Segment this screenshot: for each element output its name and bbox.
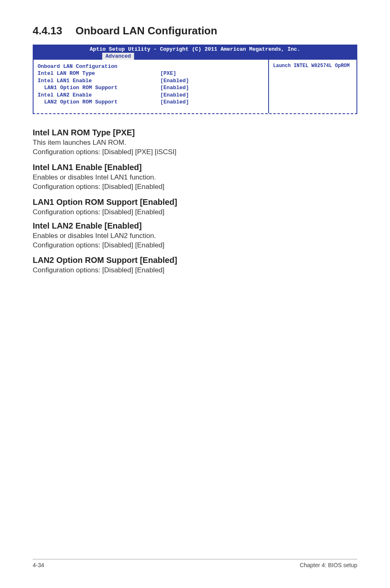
bios-row-label: Intel LAN ROM Type <box>38 70 160 77</box>
bios-body: Onboard LAN Configuration Intel LAN ROM … <box>33 60 357 113</box>
bios-row-label: Intel LAN1 Enable <box>38 77 160 85</box>
subsection-title: Intel LAN2 Enable [Enabled] <box>33 221 357 231</box>
subsection-title: LAN2 Option ROM Support [Enabled] <box>33 256 357 265</box>
bios-row-label: Onboard LAN Configuration <box>38 63 160 70</box>
bios-titlebar: Aptio Setup Utility - Copyright (C) 2011… <box>33 45 357 53</box>
subsection: Intel LAN ROM Type [PXE] This item launc… <box>33 128 357 157</box>
bios-help-panel: Launch INTEL W82574L OpROM <box>268 60 357 113</box>
subsection: Intel LAN1 Enable [Enabled] Enables or d… <box>33 163 357 192</box>
bios-row-value <box>160 63 263 70</box>
page-footer: 4-34 Chapter 4: BIOS setup <box>33 559 357 568</box>
bios-row: LAN2 Option ROM Support [Enabled] <box>38 99 263 106</box>
bios-left-panel: Onboard LAN Configuration Intel LAN ROM … <box>33 60 268 113</box>
subsection-line: Enables or disables Intel LAN1 function. <box>33 173 357 182</box>
bios-row-label: Intel LAN2 Enable <box>38 92 160 99</box>
bios-row: Intel LAN2 Enable [Enabled] <box>38 92 263 99</box>
bios-row: Onboard LAN Configuration <box>38 63 263 70</box>
bios-tab-advanced: Advanced <box>102 53 134 60</box>
bios-row-label: LAN2 Option ROM Support <box>38 99 160 106</box>
subsection-line: Configuration options: [Disabled] [PXE] … <box>33 148 357 157</box>
bios-screenshot: Aptio Setup Utility - Copyright (C) 2011… <box>33 45 357 114</box>
subsection-line: This item launches LAN ROM. <box>33 138 357 148</box>
bios-row-value: [PXE] <box>160 70 263 77</box>
bios-row: Intel LAN1 Enable [Enabled] <box>38 77 263 85</box>
bios-row-value: [Enabled] <box>160 99 263 106</box>
subsection-line: Enables or disables Intel LAN2 function. <box>33 231 357 241</box>
section-header: 4.4.13 Onboard LAN Configuration <box>33 25 357 37</box>
subsection-line: Configuration options: [Disabled] [Enabl… <box>33 266 357 275</box>
page-number: 4-34 <box>33 562 44 568</box>
bios-row-value: [Enabled] <box>160 77 263 85</box>
subsection: Intel LAN2 Enable [Enabled] Enables or d… <box>33 221 357 250</box>
subsection-line: Configuration options: [Disabled] [Enabl… <box>33 208 357 217</box>
bios-row: Intel LAN ROM Type [PXE] <box>38 70 263 77</box>
subsection: LAN1 Option ROM Support [Enabled] Config… <box>33 197 357 217</box>
subsection-title: LAN1 Option ROM Support [Enabled] <box>33 197 357 207</box>
bios-row-value: [Enabled] <box>160 84 263 92</box>
subsection: LAN2 Option ROM Support [Enabled] Config… <box>33 256 357 275</box>
bios-row-label: LAN1 Option ROM Support <box>38 84 160 92</box>
subsection-line: Configuration options: [Disabled] [Enabl… <box>33 182 357 192</box>
chapter-label: Chapter 4: BIOS setup <box>300 562 357 568</box>
section-number: 4.4.13 <box>33 25 62 37</box>
subsection-line: Configuration options: [Disabled] [Enabl… <box>33 241 357 250</box>
bios-row-value: [Enabled] <box>160 92 263 99</box>
subsection-title: Intel LAN ROM Type [PXE] <box>33 128 357 137</box>
bios-row: LAN1 Option ROM Support [Enabled] <box>38 84 263 92</box>
section-title: Onboard LAN Configuration <box>76 25 217 37</box>
bios-tabs: Advanced <box>33 53 357 60</box>
subsection-title: Intel LAN1 Enable [Enabled] <box>33 163 357 172</box>
